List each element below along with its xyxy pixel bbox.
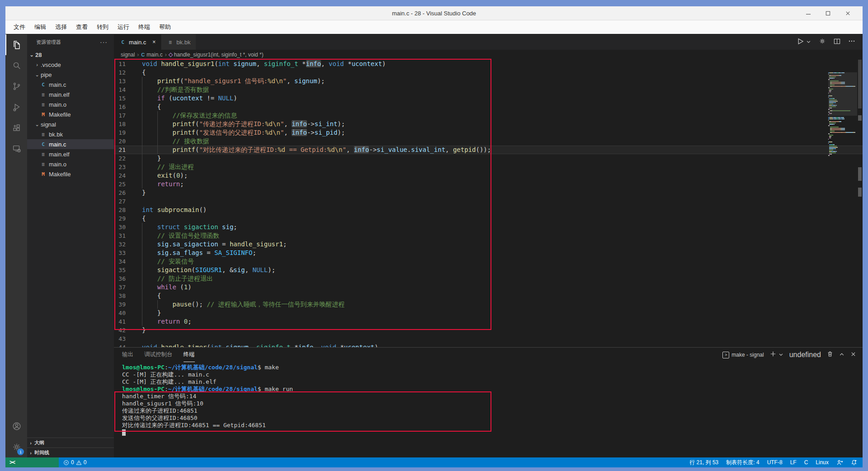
close-button[interactable] bbox=[845, 10, 851, 16]
minimap-slider[interactable] bbox=[828, 72, 857, 116]
status-item-4[interactable]: C bbox=[804, 459, 808, 466]
breadcrumb-item[interactable]: handle_sigusr1(int, siginfo_t *, void *) bbox=[169, 52, 264, 58]
tree-item-Makefile[interactable]: MMakefile bbox=[27, 169, 114, 179]
scrollbar-thumb[interactable] bbox=[858, 60, 862, 108]
line-number: 21 bbox=[114, 146, 142, 154]
code-text: // 接收数据 bbox=[142, 137, 209, 146]
status-item-1[interactable]: 制表符长度: 4 bbox=[726, 459, 759, 466]
menu-item-5[interactable]: 运行 bbox=[113, 21, 134, 33]
indent-guide bbox=[157, 128, 158, 137]
terminal-line: CC -[M] 正在构建... main.elf bbox=[122, 378, 863, 386]
notifications-bell-icon[interactable] bbox=[851, 459, 857, 466]
more-actions-icon[interactable]: ··· bbox=[100, 34, 108, 50]
tree-item-28[interactable]: ⌄28 bbox=[27, 50, 114, 60]
tab-bk.bk[interactable]: ≡bk.bk bbox=[161, 34, 196, 50]
tree-item-main.o[interactable]: ≡main.o bbox=[27, 159, 114, 169]
menu-item-4[interactable]: 转到 bbox=[92, 21, 113, 33]
code-text: printf("handle_sigusr1 信号码:%d\n", signum… bbox=[142, 77, 325, 85]
code-text: } bbox=[142, 154, 161, 163]
tree-item-.vscode[interactable]: ›.vscode bbox=[27, 60, 114, 70]
section-大纲[interactable]: ›大纲 bbox=[27, 438, 114, 447]
tab-label: main.c bbox=[129, 39, 146, 46]
status-item-2[interactable]: UTF-8 bbox=[767, 459, 783, 466]
remote-explorer-icon[interactable] bbox=[5, 138, 27, 159]
indent-guide bbox=[142, 128, 142, 137]
c-file-icon: C bbox=[40, 82, 47, 88]
chevron-up-icon[interactable] bbox=[839, 351, 844, 359]
run-and-debug-icon[interactable] bbox=[5, 97, 27, 118]
split-icon[interactable]: undefined bbox=[789, 351, 821, 359]
status-item-0[interactable]: 行 21, 列 53 bbox=[689, 459, 718, 466]
tree-item-main.elf[interactable]: ≡main.elf bbox=[27, 89, 114, 99]
tree-item-bk.bk[interactable]: ≡bk.bk bbox=[27, 129, 114, 139]
breadcrumb-item[interactable]: Cmain.c bbox=[141, 52, 162, 58]
activity-bar-spacer bbox=[5, 159, 27, 416]
panel-tab-输出[interactable]: 输出 bbox=[122, 348, 133, 362]
terminal-session[interactable]: > make - signal bbox=[722, 352, 764, 358]
indent-guide bbox=[142, 146, 142, 154]
code-line: 15 if (ucontext != NULL) bbox=[114, 94, 863, 103]
minimap[interactable] bbox=[828, 60, 857, 347]
add-icon[interactable] bbox=[770, 351, 776, 359]
terminal-line: handle_sigusr1 信号码:10 bbox=[122, 400, 863, 407]
section-时间线[interactable]: ›时间线 bbox=[27, 447, 114, 457]
tree-item-main.c[interactable]: Cmain.c bbox=[27, 80, 114, 89]
tree-item-main.c[interactable]: Cmain.c bbox=[27, 139, 114, 149]
code-text: void handle_sigusr1(int signum, siginfo_… bbox=[142, 60, 386, 68]
terminal-output[interactable]: lmos@lmos-PC:~/计算机基础/code/28/signal$ mak… bbox=[114, 362, 863, 436]
minimize-button[interactable] bbox=[806, 10, 811, 16]
menu-item-2[interactable]: 选择 bbox=[51, 21, 71, 33]
sidebar-title-row: 资源管理器 ··· bbox=[27, 34, 114, 50]
code-line: 33 sig.sa_flags = SA_SIGINFO; bbox=[114, 249, 863, 257]
chevron-down-icon[interactable] bbox=[778, 351, 783, 359]
explorer-icon[interactable] bbox=[5, 34, 27, 55]
terminal-line: lmos@lmos-PC:~/计算机基础/code/28/signal$ mak… bbox=[122, 364, 863, 371]
feedback-icon[interactable] bbox=[836, 459, 843, 466]
close-icon[interactable]: × bbox=[152, 39, 156, 45]
settings-gear-icon[interactable] bbox=[819, 38, 826, 47]
line-number: 12 bbox=[114, 68, 142, 77]
tree-item-main.o[interactable]: ≡main.o bbox=[27, 99, 114, 109]
menu-item-7[interactable]: 帮助 bbox=[155, 21, 175, 33]
status-item-3[interactable]: LF bbox=[790, 459, 797, 466]
code-line: 27 bbox=[114, 197, 863, 206]
file-icon: ≡ bbox=[40, 132, 47, 137]
split-editor-icon[interactable] bbox=[834, 38, 840, 47]
tree-item-pipe[interactable]: ⌄pipe bbox=[27, 70, 114, 80]
code-text: return; bbox=[142, 180, 184, 188]
account-icon[interactable] bbox=[5, 416, 27, 437]
close-icon[interactable] bbox=[850, 351, 856, 359]
debug-run-icon[interactable] bbox=[797, 38, 804, 47]
panel-tab-终端[interactable]: 终端 bbox=[184, 348, 195, 362]
editor-scrollbar[interactable] bbox=[857, 60, 863, 347]
indent-guide bbox=[142, 257, 142, 266]
menu-item-6[interactable]: 终端 bbox=[134, 21, 155, 33]
panel-tab-调试控制台[interactable]: 调试控制台 bbox=[144, 348, 173, 362]
problems-status[interactable]: 0 0 bbox=[59, 459, 86, 466]
more-icon[interactable] bbox=[848, 38, 855, 47]
tree-item-Makefile[interactable]: MMakefile bbox=[27, 109, 114, 119]
maximize-button[interactable] bbox=[826, 11, 830, 16]
indent-guide bbox=[157, 300, 158, 309]
breadcrumb-item[interactable]: signal bbox=[121, 52, 135, 58]
tree-item-main.elf[interactable]: ≡main.elf bbox=[27, 149, 114, 159]
tab-main.c[interactable]: Cmain.c× bbox=[114, 34, 161, 50]
indent-guide bbox=[142, 85, 142, 94]
menu-item-3[interactable]: 查看 bbox=[71, 21, 92, 33]
manage-icon[interactable]: 1 bbox=[5, 437, 27, 457]
source-control-icon[interactable] bbox=[5, 76, 27, 97]
code-text: } bbox=[142, 326, 146, 334]
search-icon[interactable] bbox=[5, 55, 27, 76]
code-line: 38 { bbox=[114, 292, 863, 300]
extensions-icon[interactable] bbox=[5, 118, 27, 138]
code-editor[interactable]: 11void handle_sigusr1(int signum, siginf… bbox=[114, 60, 863, 347]
trash-icon[interactable] bbox=[827, 351, 833, 359]
remote-indicator[interactable]: >< bbox=[5, 457, 59, 467]
status-item-5[interactable]: Linux bbox=[816, 459, 829, 466]
indent-guide bbox=[142, 137, 142, 146]
tree-item-label: Makefile bbox=[49, 171, 71, 178]
menu-item-0[interactable]: 文件 bbox=[9, 21, 30, 33]
menu-item-1[interactable]: 编辑 bbox=[30, 21, 51, 33]
chevron-down-icon[interactable] bbox=[806, 38, 811, 46]
tree-item-signal[interactable]: ⌄signal bbox=[27, 119, 114, 129]
